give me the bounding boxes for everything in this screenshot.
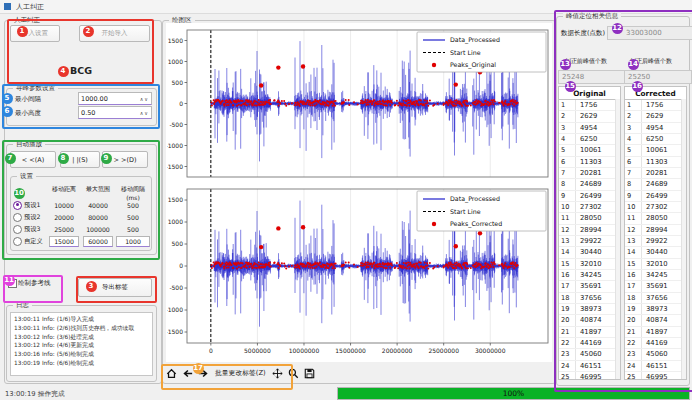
table-row[interactable]: 1027302 [559, 202, 620, 213]
svg-text:500: 500 [172, 79, 184, 86]
table-row[interactable]: 824689 [625, 179, 686, 190]
spin-down-icon: ∨ [144, 110, 149, 116]
svg-text:1000: 1000 [168, 218, 183, 225]
log-output[interactable]: 13:00:11 Info: (1/6)导入完成13:00:11 Info: (… [10, 312, 153, 376]
zoom-icon[interactable] [288, 367, 300, 379]
table-row[interactable]: 22629 [559, 111, 620, 122]
batch-edit-labels-button[interactable]: 批量更改标签(Z) [213, 368, 268, 378]
table-row[interactable]: 22629 [625, 111, 686, 122]
original-peaks-table[interactable]: Original 1175622629349544625051006161130… [558, 86, 621, 380]
table-row[interactable]: 2040874 [625, 315, 686, 326]
svg-text:0: 0 [179, 262, 183, 269]
table-row[interactable]: 2040874 [559, 315, 620, 326]
table-row[interactable]: 1228994 [625, 225, 686, 236]
table-row[interactable]: 720281 [625, 168, 686, 179]
save-icon[interactable] [304, 367, 316, 379]
log-line: 13:00:16 Info: (5/6)绘制完成 [14, 350, 149, 359]
svg-text:1500: 1500 [168, 196, 183, 203]
corrected-peaks-table[interactable]: Corrected 117562262934954462505100616113… [624, 86, 687, 380]
preset-row-3[interactable]: 预设325000100000500 [13, 223, 150, 235]
table-row[interactable]: 34954 [559, 123, 620, 134]
table-row[interactable]: 2141897 [625, 327, 686, 338]
home-icon[interactable] [165, 367, 177, 379]
table-row[interactable]: 1735691 [559, 281, 620, 292]
min-interval-label: 最小间隔 [15, 95, 41, 104]
svg-text:Start Line: Start Line [450, 49, 481, 56]
table-row[interactable]: 2244169 [625, 338, 686, 349]
table-row[interactable]: 1938973 [559, 304, 620, 315]
preset-row-2[interactable]: 预设22000080000500 [13, 211, 150, 223]
table-row[interactable]: 1228994 [559, 225, 620, 236]
radio-button[interactable] [13, 225, 22, 234]
table-row[interactable]: 1634245 [625, 270, 686, 281]
table-row[interactable]: 1837656 [625, 293, 686, 304]
back-icon[interactable] [181, 367, 193, 379]
radio-button[interactable] [13, 213, 22, 222]
table-scrollbar[interactable] [615, 99, 620, 379]
table-row[interactable]: 611303 [625, 157, 686, 168]
table-row[interactable]: 510061 [625, 145, 686, 156]
table-row[interactable]: 1634245 [559, 270, 620, 281]
signal-type-label: BCG [70, 65, 92, 76]
table-row[interactable]: 926499 [625, 191, 686, 202]
chart-original-peaks[interactable]: 150010005000-500-1000-1500Data_Processed… [167, 25, 551, 183]
table-row[interactable]: 2345060 [625, 349, 686, 360]
table-row[interactable]: 2244169 [559, 338, 620, 349]
table-row[interactable]: 1128050 [625, 213, 686, 224]
pan-icon[interactable] [272, 367, 284, 379]
table-row[interactable]: 1430440 [559, 247, 620, 258]
spin-down-icon: ∨ [144, 96, 149, 102]
svg-text:15000000: 15000000 [335, 347, 366, 354]
chart-corrected-peaks[interactable]: 150010005000-500-1000-150005000000100000… [167, 185, 551, 363]
app-window: 人工纠正 人工纠正 导入设置 开始导入 BCG 寻峰参数设置 最小间隔 1000… [0, 0, 692, 400]
annotation-badge-16: 16 [632, 81, 643, 92]
table-row[interactable]: 926499 [559, 191, 620, 202]
table-row[interactable]: 1329922 [559, 236, 620, 247]
table-row[interactable]: 824689 [559, 179, 620, 190]
table-row[interactable]: 1837656 [559, 293, 620, 304]
custom-input[interactable]: 60000 [83, 236, 113, 247]
table-row[interactable]: 1938973 [625, 304, 686, 315]
svg-text:Data_Processed: Data_Processed [450, 36, 500, 44]
table-row[interactable]: 34954 [625, 123, 686, 134]
svg-text:10000000: 10000000 [289, 347, 320, 354]
custom-input[interactable]: 15000 [49, 236, 79, 247]
svg-text:30000000: 30000000 [475, 347, 506, 354]
table-row[interactable]: 1027302 [625, 202, 686, 213]
table-row[interactable]: 2345060 [559, 349, 620, 360]
table-row[interactable]: 11756 [559, 100, 620, 111]
table-row[interactable]: 1532010 [559, 259, 620, 270]
radio-button[interactable] [13, 201, 22, 210]
log-group-title: 日志 [13, 301, 32, 310]
svg-text:Start Line: Start Line [450, 208, 481, 215]
manual-correction-group-title: 人工纠正 [11, 16, 43, 25]
table-row[interactable]: 2446151 [625, 361, 686, 372]
custom-input[interactable]: 1000 [116, 236, 150, 247]
table-row[interactable]: 720281 [559, 168, 620, 179]
table-row[interactable]: 1128050 [559, 213, 620, 224]
table-row[interactable]: 1430440 [625, 247, 686, 258]
table-row[interactable]: 11756 [625, 100, 686, 111]
table-row[interactable]: 1532010 [625, 259, 686, 270]
step-back-button[interactable]: < <(A) [10, 151, 56, 168]
min-height-spinbox[interactable]: 0.50 ∧∨ [78, 106, 152, 119]
status-message: 13:00:19 操作完成 [5, 389, 65, 399]
min-interval-spinbox[interactable]: 1000.00 ∧∨ [78, 92, 152, 105]
table-scrollbar[interactable] [681, 99, 686, 379]
preset-row-1[interactable]: 预设11000040000500 [13, 199, 150, 211]
radio-button[interactable] [13, 237, 22, 246]
table-row[interactable]: 46250 [625, 134, 686, 145]
table-row[interactable]: 2446151 [559, 361, 620, 372]
table-row[interactable]: 2546995 [625, 372, 686, 380]
log-line: 13:00:12 Info: (4/6)更新完成 [14, 341, 149, 350]
progress-text: 100% [338, 388, 689, 399]
custom-row[interactable]: 自定义15000600001000 [13, 235, 150, 247]
svg-text:Peaks_Corrected: Peaks_Corrected [450, 220, 502, 228]
table-row[interactable]: 510061 [559, 145, 620, 156]
table-row[interactable]: 611303 [559, 157, 620, 168]
table-row[interactable]: 1329922 [625, 236, 686, 247]
table-row[interactable]: 2546995 [559, 372, 620, 380]
table-row[interactable]: 1735691 [625, 281, 686, 292]
table-row[interactable]: 46250 [559, 134, 620, 145]
table-row[interactable]: 2141897 [559, 327, 620, 338]
